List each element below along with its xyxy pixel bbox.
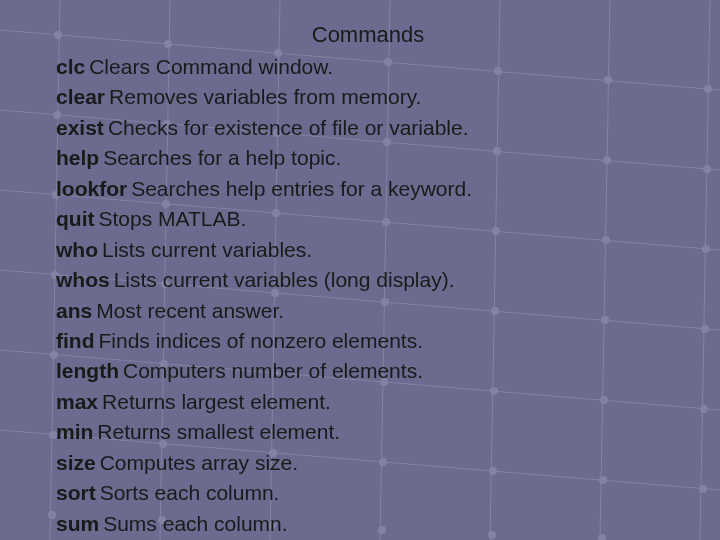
command-name: sum [56,512,99,535]
command-row: sortSorts each column. [56,478,680,508]
command-name: find [56,329,94,352]
command-name: sort [56,481,96,504]
command-name: clc [56,55,85,78]
command-row: lengthComputers number of elements. [56,356,680,386]
command-row: lookforSearches help entries for a keywo… [56,174,680,204]
command-row: quitStops MATLAB. [56,204,680,234]
command-name: max [56,390,98,413]
svg-point-54 [699,485,707,493]
command-description: Searches for a help topic. [103,146,341,169]
command-name: whos [56,268,110,291]
command-description: Returns smallest element. [97,420,340,443]
svg-point-26 [703,165,711,173]
command-name: length [56,359,119,382]
svg-point-33 [702,245,710,253]
svg-point-47 [700,405,708,413]
svg-line-12 [700,0,710,540]
command-name: ans [56,299,92,322]
command-description: Checks for existence of file or variable… [108,116,469,139]
command-row: clcClears Command window. [56,52,680,82]
command-name: min [56,420,93,443]
command-description: Computers number of elements. [123,359,423,382]
command-name: help [56,146,99,169]
command-description: Sorts each column. [100,481,280,504]
command-name: clear [56,85,105,108]
command-name: quit [56,207,94,230]
command-row: whosLists current variables (long displa… [56,265,680,295]
command-description: Removes variables from memory. [109,85,421,108]
command-row: minReturns smallest element. [56,417,680,447]
command-row: sumSums each column. [56,509,680,539]
slide: Commands clcClears Command window.clearR… [0,0,720,540]
command-row: findFinds indices of nonzero elements. [56,326,680,356]
command-name: lookfor [56,177,127,200]
command-row: sizeComputes array size. [56,448,680,478]
command-description: Finds indices of nonzero elements. [98,329,423,352]
slide-title: Commands [128,22,608,48]
command-name: who [56,238,98,261]
command-row: helpSearches for a help topic. [56,143,680,173]
command-name: exist [56,116,104,139]
command-row: ansMost recent answer. [56,296,680,326]
command-row: maxReturns largest element. [56,387,680,417]
command-name: size [56,451,96,474]
command-description: Lists current variables (long display). [114,268,455,291]
content-area: Commands clcClears Command window.clearR… [56,22,680,539]
command-row: existChecks for existence of file or var… [56,113,680,143]
command-row: clearRemoves variables from memory. [56,82,680,112]
command-description: Clears Command window. [89,55,333,78]
svg-point-55 [48,511,56,519]
command-description: Searches help entries for a keyword. [131,177,472,200]
command-description: Returns largest element. [102,390,331,413]
command-list: clcClears Command window.clearRemoves va… [56,52,680,539]
command-description: Sums each column. [103,512,287,535]
command-description: Stops MATLAB. [98,207,246,230]
command-description: Computes array size. [100,451,298,474]
command-row: whoLists current variables. [56,235,680,265]
svg-point-40 [701,325,709,333]
command-description: Most recent answer. [96,299,284,322]
command-description: Lists current variables. [102,238,312,261]
svg-point-19 [704,85,712,93]
